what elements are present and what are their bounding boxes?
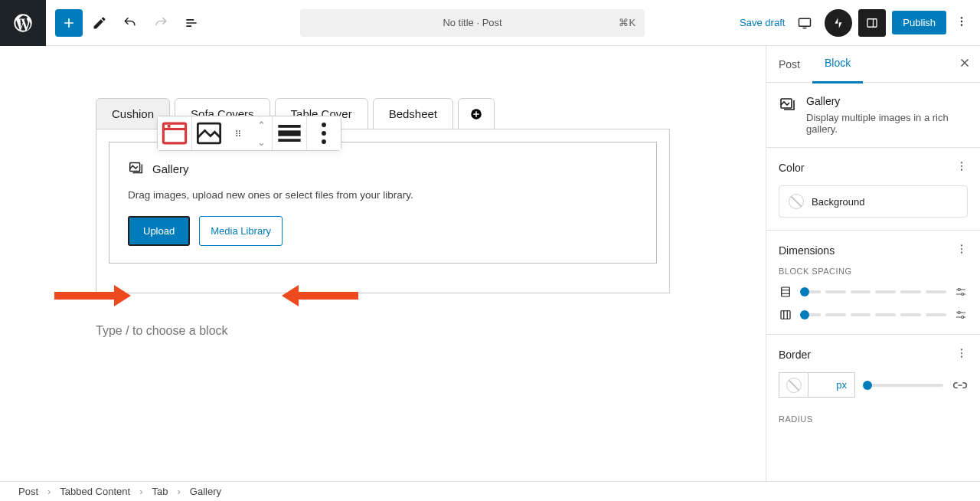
svg-point-26 <box>961 169 962 171</box>
link-sides-icon[interactable] <box>952 378 968 393</box>
color-panel-heading: Color <box>779 162 804 174</box>
svg-point-38 <box>961 356 962 358</box>
border-panel-heading: Border <box>779 349 811 361</box>
publish-button[interactable]: Publish <box>892 11 946 34</box>
svg-point-27 <box>961 244 962 246</box>
svg-point-12 <box>236 135 237 136</box>
block-info-description: Display multiple images in a rich galler… <box>806 112 968 135</box>
border-panel-options[interactable] <box>956 347 968 362</box>
svg-point-17 <box>322 139 326 144</box>
svg-point-34 <box>958 312 960 314</box>
svg-point-2 <box>961 17 962 18</box>
document-title-field[interactable]: No title · Post ⌘K <box>300 9 645 37</box>
preview-button[interactable] <box>791 9 818 37</box>
svg-rect-14 <box>278 130 300 136</box>
svg-point-37 <box>961 352 962 354</box>
block-appender[interactable]: Type / to choose a block <box>96 324 670 338</box>
sidebar-toggle-button[interactable] <box>858 9 886 37</box>
svg-point-15 <box>322 123 326 127</box>
radius-label: RADIUS <box>779 414 968 424</box>
add-block-button[interactable] <box>55 9 83 37</box>
svg-point-8 <box>236 130 237 132</box>
block-toolbar: ⌃ ⌄ <box>157 116 341 151</box>
media-library-button[interactable]: Media Library <box>199 216 283 246</box>
border-width-input[interactable]: px <box>779 372 855 398</box>
svg-point-32 <box>962 293 964 296</box>
breadcrumb-item[interactable]: Tab <box>152 486 168 497</box>
custom-size-icon[interactable] <box>954 308 968 322</box>
undo-button[interactable] <box>116 9 144 37</box>
edit-tool-button[interactable] <box>86 9 113 37</box>
add-tab-button[interactable] <box>458 98 495 129</box>
block-info-title: Gallery <box>806 95 968 107</box>
background-color-swatch <box>789 194 804 209</box>
dimensions-panel-options[interactable] <box>956 243 968 257</box>
drag-handle[interactable] <box>226 116 250 150</box>
gallery-icon <box>779 95 797 135</box>
svg-point-28 <box>961 248 962 250</box>
svg-point-36 <box>961 349 962 350</box>
svg-rect-6 <box>163 123 185 143</box>
top-toolbar: No title · Post ⌘K Save draft Publish <box>0 0 980 46</box>
svg-point-35 <box>962 316 964 319</box>
document-title-text: No title · Post <box>443 17 501 28</box>
svg-point-11 <box>239 133 240 134</box>
svg-rect-30 <box>782 287 790 296</box>
svg-point-16 <box>322 131 326 136</box>
block-spacing-label: BLOCK SPACING <box>779 267 968 276</box>
spacing-vertical-icon <box>779 285 792 299</box>
editor-canvas[interactable]: Cushion Sofa Covers Table Cover Bedsheet <box>0 46 766 481</box>
gallery-description: Drag images, upload new ones or select f… <box>128 189 638 201</box>
background-color-label: Background <box>812 196 864 208</box>
border-width-slider[interactable] <box>864 384 943 387</box>
parent-block-button[interactable] <box>158 116 191 150</box>
block-more-options-button[interactable] <box>307 116 341 150</box>
svg-rect-0 <box>799 18 811 26</box>
tab-bedsheet[interactable]: Bedsheet <box>373 98 453 129</box>
document-outline-button[interactable] <box>178 9 205 37</box>
settings-sidebar: Post Block Gallery Display multiple imag… <box>766 46 980 481</box>
block-spacing-horizontal-control[interactable] <box>779 308 968 322</box>
sidebar-close-button[interactable] <box>949 56 980 72</box>
svg-rect-1 <box>867 18 877 27</box>
svg-point-10 <box>236 133 237 134</box>
dimensions-panel-heading: Dimensions <box>779 244 835 257</box>
block-type-button[interactable] <box>192 116 226 150</box>
svg-point-9 <box>239 130 240 132</box>
align-button[interactable] <box>273 116 306 150</box>
more-options-button[interactable] <box>952 15 971 30</box>
svg-rect-33 <box>781 311 790 319</box>
block-breadcrumb: Post› Tabbed Content› Tab› Gallery <box>0 481 980 501</box>
svg-point-4 <box>961 24 962 25</box>
command-palette-shortcut: ⌘K <box>619 17 635 28</box>
gallery-placeholder: Gallery Drag images, upload new ones or … <box>109 142 657 264</box>
jetpack-button[interactable] <box>825 9 852 37</box>
tab-panel: Gallery Drag images, upload new ones or … <box>96 129 670 293</box>
upload-button[interactable]: Upload <box>128 216 190 246</box>
move-down-button[interactable]: ⌄ <box>250 133 272 150</box>
sidebar-tab-block[interactable]: Block <box>812 46 863 84</box>
spacing-horizontal-icon <box>779 308 792 322</box>
border-unit-label[interactable]: px <box>808 373 854 397</box>
breadcrumb-item[interactable]: Gallery <box>190 486 221 497</box>
svg-point-31 <box>958 289 960 291</box>
wordpress-logo[interactable] <box>0 0 46 46</box>
background-color-control[interactable]: Background <box>779 185 968 218</box>
gallery-title: Gallery <box>152 162 189 175</box>
save-draft-button[interactable]: Save draft <box>740 17 785 28</box>
sidebar-tab-post[interactable]: Post <box>766 46 812 83</box>
custom-size-icon[interactable] <box>954 285 968 299</box>
svg-point-24 <box>961 162 962 163</box>
border-color-swatch <box>786 378 802 393</box>
svg-point-3 <box>961 21 962 22</box>
redo-button[interactable] <box>147 9 175 37</box>
svg-point-25 <box>961 165 962 167</box>
gallery-icon <box>128 159 145 178</box>
color-panel-options[interactable] <box>956 160 968 175</box>
breadcrumb-item[interactable]: Tabbed Content <box>60 486 130 497</box>
svg-point-29 <box>961 252 962 254</box>
breadcrumb-item[interactable]: Post <box>18 486 38 497</box>
block-spacing-vertical-control[interactable] <box>779 285 968 299</box>
move-up-button[interactable]: ⌃ <box>250 116 272 133</box>
svg-point-13 <box>239 135 240 136</box>
